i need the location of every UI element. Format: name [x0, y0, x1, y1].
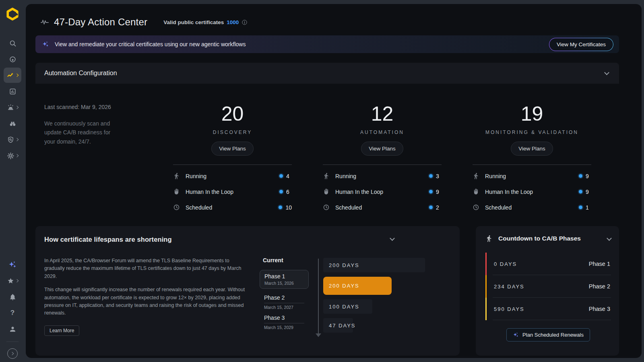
- row-label: Running: [335, 173, 356, 179]
- row-label: Scheduled: [186, 204, 212, 211]
- sidebar: ?: [0, 0, 25, 362]
- info-icon[interactable]: [242, 19, 248, 25]
- runner-icon: [173, 173, 180, 179]
- last-scanned-text: Last scanned: Mar 9, 2026: [44, 104, 145, 110]
- bar-chart-icon: [9, 88, 17, 95]
- view-plans-button[interactable]: View Plans: [361, 142, 403, 156]
- hand-icon: [323, 188, 330, 195]
- countdown-header[interactable]: Countdown to CA/B Phases: [485, 235, 611, 242]
- sidebar-item-automation[interactable]: [4, 68, 21, 83]
- human-in-loop-row: Human In the Loop 9: [473, 184, 591, 200]
- status-dot: [429, 190, 433, 193]
- automation-zigzag-icon: [7, 72, 14, 79]
- stat-rows: Running 4 Human In the Loop 6 Scheduled …: [173, 165, 292, 215]
- countdown-days: 590 DAYS: [494, 306, 524, 312]
- stat-column-discovery: 20 DISCOVERY View Plans Running 4 Human …: [173, 104, 292, 219]
- sidebar-item-account[interactable]: [4, 321, 21, 337]
- agentic-workflows-banner: View and remediate your critical certifi…: [35, 35, 619, 53]
- sidebar-item-help[interactable]: ?: [4, 305, 21, 321]
- status-dot: [579, 190, 582, 193]
- paragraph: This change will significantly increase …: [44, 286, 248, 317]
- stat-label: DISCOVERY: [213, 130, 252, 135]
- chevron-down-icon[interactable]: [607, 236, 612, 241]
- sidebar-item-favorites[interactable]: [4, 273, 21, 288]
- human-in-loop-row: Human In the Loop 6: [173, 184, 292, 200]
- chevron-right-icon: [15, 154, 19, 157]
- sidebar-item-inspect[interactable]: [4, 132, 21, 147]
- view-my-certificates-button[interactable]: View My Certificates: [549, 38, 613, 51]
- row-count: 3: [436, 173, 442, 179]
- status-dot: [579, 174, 582, 178]
- sidebar-item-reports[interactable]: [4, 84, 21, 99]
- phase-name: Phase 1: [264, 273, 304, 280]
- phases-list: Current Phase 1 March 15, 2026 Phase 2 M…: [260, 257, 309, 337]
- row-label: Human In the Loop: [335, 189, 383, 195]
- scan-info: Last scanned: Mar 9, 2026 We continuousl…: [44, 104, 145, 219]
- person-icon: [9, 325, 17, 333]
- view-plans-button[interactable]: View Plans: [511, 142, 553, 156]
- automation-configuration-header[interactable]: Automation Configuration: [35, 63, 619, 84]
- stat-value: 19: [521, 104, 543, 124]
- sparkles-icon: [42, 41, 49, 48]
- main-container: 47-Day Action Center Valid public certif…: [26, 4, 642, 358]
- binoculars-icon: [9, 120, 17, 128]
- row-label: Human In the Loop: [186, 189, 233, 195]
- bell-icon: [9, 293, 17, 301]
- countdown-row: 234 DAYS Phase 2: [485, 275, 611, 298]
- sparkles-icon: [513, 332, 519, 338]
- status-dot: [279, 174, 283, 178]
- section-title: Automation Configuration: [44, 70, 117, 77]
- row-label: Scheduled: [485, 204, 512, 211]
- current-label: Current: [263, 257, 309, 263]
- star-icon: [7, 277, 14, 285]
- phase-item[interactable]: Phase 3 March 15, 2029: [260, 313, 309, 330]
- stat-rows: Running 3 Human In the Loop 9 Scheduled …: [323, 165, 442, 215]
- button-label: Plan Scheduled Renewals: [522, 332, 584, 338]
- view-plans-button[interactable]: View Plans: [211, 142, 254, 156]
- chevron-right-icon: [15, 279, 19, 282]
- cert-count-link[interactable]: 1000: [227, 19, 239, 25]
- row-count: 1: [586, 204, 591, 211]
- chevron-right-icon: [15, 106, 19, 109]
- phase-item-selected[interactable]: Phase 1 March 15, 2026: [260, 270, 309, 289]
- sidebar-item-detect[interactable]: [4, 51, 21, 67]
- chevron-down-icon[interactable]: [604, 70, 609, 75]
- row-label: Running: [186, 173, 206, 179]
- sidebar-item-search[interactable]: [4, 35, 21, 51]
- cert-summary: Valid public certificates 1000: [163, 19, 248, 25]
- sidebar-expand-button[interactable]: [4, 346, 21, 361]
- countdown-phase: Phase 1: [589, 261, 610, 267]
- sidebar-item-discovery[interactable]: [4, 116, 21, 131]
- clock-icon: [173, 204, 180, 211]
- sparkles-icon: [8, 260, 17, 269]
- timeline-arrow: [314, 257, 323, 337]
- phase-item[interactable]: Phase 2 March 15, 2027: [260, 293, 309, 310]
- phase-date: March 15, 2029: [264, 325, 304, 330]
- page-header: 47-Day Action Center Valid public certif…: [35, 15, 619, 29]
- lifespan-bar: 100 DAYS: [323, 299, 372, 314]
- sidebar-item-notifications[interactable]: [4, 289, 21, 304]
- lifespans-description: In April 2025, the CA/Browser Forum will…: [44, 257, 248, 337]
- row-count: 9: [586, 173, 591, 179]
- banner-text: View and remediate your critical certifi…: [55, 41, 246, 47]
- running-row: Running 3: [323, 168, 442, 184]
- panel-title: How certificate lifespans are shortening: [44, 236, 451, 243]
- stat-rows: Running 9 Human In the Loop 9 Scheduled …: [473, 165, 591, 215]
- hand-icon: [173, 188, 180, 195]
- lifespan-bars: 200 DAYS 200 DAYS 100 DAYS 47 DAYS: [323, 257, 451, 337]
- stat-column-automation: 12 AUTOMATION View Plans Running 3 Human…: [323, 104, 442, 219]
- sidebar-item-alerts[interactable]: [4, 100, 21, 115]
- plan-scheduled-renewals-button[interactable]: Plan Scheduled Renewals: [506, 328, 590, 341]
- chevron-right-icon: [15, 138, 19, 141]
- stat-label: MONITORING & VALIDATION: [485, 130, 578, 135]
- sidebar-item-settings[interactable]: [4, 148, 21, 163]
- shield-search-icon: [7, 136, 14, 144]
- app-logo[interactable]: [6, 7, 19, 21]
- sidebar-item-ai-assistant[interactable]: [4, 257, 21, 272]
- learn-more-button[interactable]: Learn More: [44, 325, 79, 336]
- countdown-row: 590 DAYS Phase 3: [485, 298, 611, 320]
- lifespan-bar-highlighted: 200 DAYS: [323, 277, 392, 295]
- scheduled-row: Scheduled 10: [173, 200, 292, 215]
- cert-label: Valid public certificates: [163, 19, 224, 25]
- row-label: Human In the Loop: [485, 189, 533, 195]
